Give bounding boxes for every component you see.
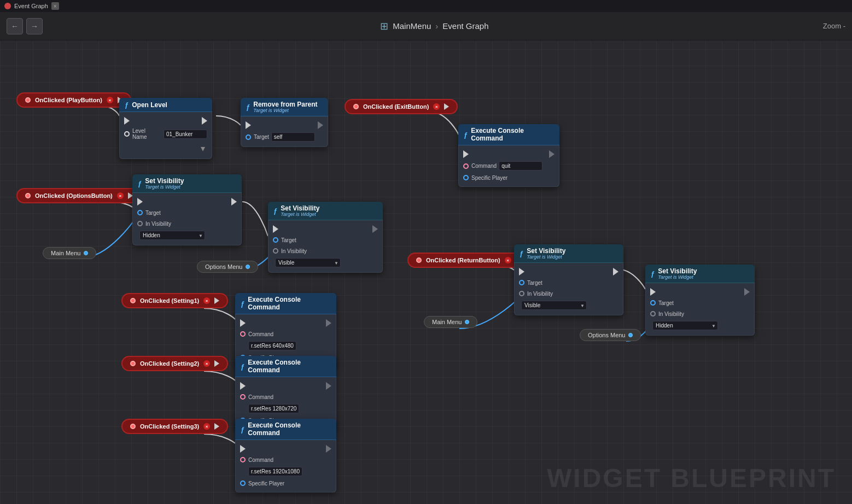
visibility-dropdown[interactable]: Visible xyxy=(275,258,341,267)
execute-1920-node: ƒ Execute Console Command Command r.setR… xyxy=(235,419,336,493)
visibility-row: In Visibility xyxy=(646,308,754,319)
func-icon: ƒ xyxy=(273,207,277,215)
dropdown-row: Visible ▼ xyxy=(269,256,382,269)
on-clicked-options-node: OnClicked (OptionsButton) × xyxy=(16,188,142,203)
exec-in xyxy=(650,288,656,296)
back-button[interactable]: ← xyxy=(7,18,23,34)
exec-row xyxy=(241,120,328,131)
exec1280-title: Execute Console Command xyxy=(248,359,331,374)
event-dot xyxy=(130,424,136,429)
exec-in xyxy=(246,121,251,129)
event-label: OnClicked (Setting2) xyxy=(140,360,199,367)
rfp-subtitle: Target is Widget xyxy=(253,108,317,113)
command-value[interactable]: r.setRes 1280x720 xyxy=(248,404,299,413)
sv3-header: ƒ Set Visibility Target is Widget xyxy=(514,244,623,263)
on-clicked-exit-node: OnClicked (ExitButton) × xyxy=(345,99,458,114)
forward-button[interactable]: → xyxy=(26,18,43,34)
target-row: Target xyxy=(515,277,623,288)
execute-console-quit-node: ƒ Execute Console Command Command quit S… xyxy=(458,124,559,187)
command-row: Command xyxy=(236,391,336,402)
sv1-body: Target In Visibility Hidden ▼ xyxy=(132,193,242,245)
exec-out xyxy=(231,198,237,206)
level-name-input[interactable]: 01_Bunker xyxy=(164,130,207,139)
exec-row xyxy=(646,286,754,297)
event-label: OnClicked (PlayButton) xyxy=(35,97,102,103)
exec-out-pin xyxy=(444,103,449,110)
target-label: Target xyxy=(254,134,269,140)
rfp-body: Target self xyxy=(241,116,328,147)
target-pin xyxy=(246,134,251,140)
sv3-body: Target In Visibility Visible ▼ xyxy=(514,263,623,315)
func-icon: ƒ xyxy=(246,103,250,111)
options-menu-text: Options Menu xyxy=(205,263,242,270)
sv4-subtitle: Target is Widget xyxy=(658,275,697,280)
visibility-dropdown[interactable]: Hidden xyxy=(139,231,205,240)
event-close[interactable]: × xyxy=(203,297,210,304)
exec1920-body: Command r.setRes 1920x1080 Specific Play… xyxy=(235,440,336,493)
func-icon: ƒ xyxy=(241,300,244,308)
event-close[interactable]: × xyxy=(107,97,113,103)
visibility-pin xyxy=(519,291,524,296)
target-pin xyxy=(137,210,143,215)
target-row: Target xyxy=(646,297,754,308)
watermark: WIDGET BLUEPRINT xyxy=(547,463,836,493)
exec-out xyxy=(372,225,378,233)
event-dot xyxy=(25,97,31,103)
open-level-body: Level Name 01_Bunker ▾ xyxy=(119,112,212,159)
exec-in xyxy=(240,445,246,453)
visibility-dropdown[interactable]: Visible xyxy=(521,301,587,310)
dropdown-wrap[interactable]: Visible ▼ xyxy=(275,258,341,267)
dropdown-wrap[interactable]: Hidden ▼ xyxy=(652,321,718,330)
visibility-pin xyxy=(273,248,278,254)
exec-out-pin xyxy=(214,297,219,304)
command-label: Command xyxy=(248,394,273,400)
event-close[interactable]: × xyxy=(505,257,511,263)
event-close[interactable]: × xyxy=(203,423,210,430)
set-visibility-3-node: ƒ Set Visibility Target is Widget Target… xyxy=(514,244,623,315)
main-menu-label-2: Main Menu xyxy=(424,316,477,328)
event-close[interactable]: × xyxy=(203,360,210,367)
output-dot xyxy=(628,333,633,337)
target-pin xyxy=(519,280,524,285)
close-button[interactable]: × xyxy=(51,2,59,10)
exec1920-header: ƒ Execute Console Command xyxy=(235,419,336,440)
exec-row xyxy=(459,149,559,160)
dropdown-wrap[interactable]: Hidden ▼ xyxy=(139,231,205,240)
set-visibility-2-node: ƒ Set Visibility Target is Widget Target… xyxy=(268,202,383,273)
exec-in xyxy=(240,319,246,327)
output-dot xyxy=(246,265,250,269)
main-menu-label: MainMenu xyxy=(393,21,431,31)
on-clicked-setting2-node: OnClicked (Setting2) × xyxy=(121,356,228,371)
exec640-header: ƒ Execute Console Command xyxy=(235,293,336,314)
visibility-label: In Visibility xyxy=(658,311,684,317)
visibility-row: In Visibility xyxy=(515,288,623,299)
visibility-dropdown[interactable]: Hidden xyxy=(652,321,718,330)
exec-in-pin xyxy=(124,117,130,125)
exec-out-pin xyxy=(214,360,219,367)
specific-player-row: Specific Player xyxy=(236,478,336,489)
dropdown-row: Hidden ▼ xyxy=(646,319,754,332)
command-value[interactable]: r.setRes 640x480 xyxy=(248,341,296,350)
exec-out xyxy=(744,288,750,296)
level-name-pin xyxy=(124,131,130,137)
open-level-header: ƒ Open Level xyxy=(119,98,212,112)
exec-quit-title: Execute Console Command xyxy=(471,127,554,142)
on-clicked-play-node: OnClicked (PlayButton) × xyxy=(16,92,131,108)
visibility-pin xyxy=(137,221,143,226)
exec-out-pin xyxy=(202,117,207,125)
event-close[interactable]: × xyxy=(433,103,440,110)
exec-out xyxy=(318,121,323,129)
command-value[interactable]: quit xyxy=(499,161,542,171)
dropdown-wrap[interactable]: Visible ▼ xyxy=(521,301,587,310)
event-close[interactable]: × xyxy=(117,192,124,199)
expand-row: ▾ xyxy=(120,142,212,155)
target-label: Target xyxy=(281,237,296,243)
command-value[interactable]: r.setRes 1920x1080 xyxy=(248,467,302,476)
set-visibility-1-node: ƒ Set Visibility Target is Widget Target… xyxy=(132,174,242,245)
visibility-row: In Visibility xyxy=(133,218,241,229)
exec-out xyxy=(549,150,555,158)
remove-from-parent-node: ƒ Remove from Parent Target is Widget Ta… xyxy=(241,98,328,147)
main-menu-text: Main Menu xyxy=(51,250,80,256)
visibility-label: In Visibility xyxy=(527,291,553,297)
main-menu-text: Main Menu xyxy=(432,319,462,325)
